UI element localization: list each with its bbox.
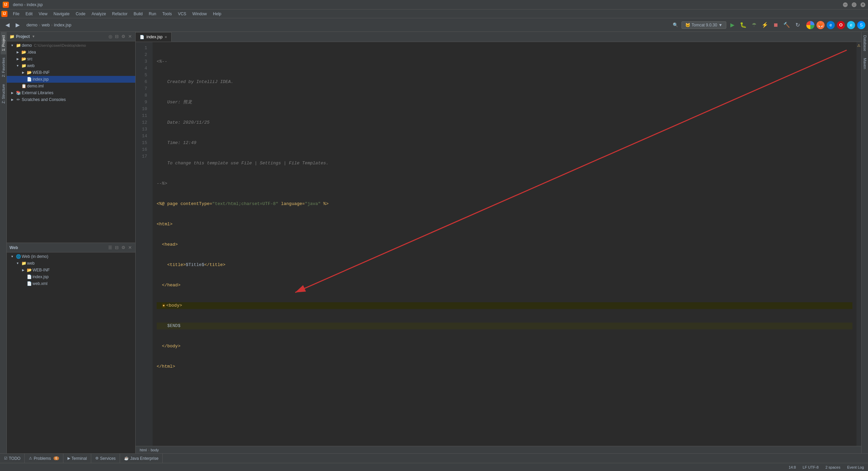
tree-indexjsp2[interactable]: 📄 index.jsp xyxy=(7,273,135,280)
coverage-button[interactable]: ☂ xyxy=(749,20,759,30)
status-position[interactable]: 14:8 xyxy=(787,465,797,469)
left-tab-project[interactable]: 1: Project xyxy=(1,32,6,54)
tree-label-demo: demo xyxy=(22,43,32,48)
bottom-tab-java-enterprise[interactable]: ☕ Java Enterprise xyxy=(120,454,163,463)
breadcrumb-demo[interactable]: demo xyxy=(26,22,38,27)
web-sort[interactable]: ☰ xyxy=(107,244,113,251)
toolbar-search-button[interactable]: 🔍 xyxy=(671,20,680,30)
web-close[interactable]: ✕ xyxy=(127,244,133,251)
breadcrumb-html[interactable]: html xyxy=(140,448,147,452)
right-tab-database[interactable]: Database xyxy=(862,32,868,55)
tree-item-scratches[interactable]: ▶ ✏ Scratches and Consoles xyxy=(7,96,135,103)
breadcrumb-file[interactable]: index.jsp xyxy=(54,22,71,27)
tree-web-in-demo[interactable]: ▼ 🌐 Web (in demo) xyxy=(7,253,135,260)
web-collapse[interactable]: ⊟ xyxy=(114,244,119,251)
back-button[interactable]: ◀ xyxy=(3,20,12,30)
editor-tab-indexjsp[interactable]: 📄 index.jsp ✕ xyxy=(136,32,172,42)
idea-arrow: ▶ xyxy=(15,49,20,55)
menu-vcs[interactable]: VCS xyxy=(175,11,189,17)
run-button[interactable]: ▶ xyxy=(728,20,737,30)
menu-run[interactable]: Run xyxy=(146,11,159,17)
tree-item-indexjsp[interactable]: 📄 index.jsp xyxy=(7,76,135,83)
toolbar-run-section: 🔍 🐱 Tomcat 9.0.30 ▼ ▶ 🐛 ☂ ⚡ ⏹ 🔨 ↻ 🦊 e O … xyxy=(671,20,865,30)
tree-label-webinf2: WEB-INF xyxy=(33,268,50,272)
safari-icon[interactable]: S xyxy=(857,21,865,29)
left-tab-favorites[interactable]: 2: Favorites xyxy=(1,54,6,80)
tree-item-src[interactable]: ▶ 📂 src xyxy=(7,56,135,62)
edge-icon[interactable]: e xyxy=(827,21,835,29)
tree-item-web[interactable]: ▼ 📁 web xyxy=(7,62,135,69)
forward-button[interactable]: ▶ xyxy=(13,20,22,30)
event-log[interactable]: Event Log xyxy=(846,465,865,469)
ln-13: 13 xyxy=(136,126,150,133)
todo-icon: ☑ xyxy=(4,456,7,460)
code-line-6: To change this template use File | Setti… xyxy=(157,160,852,167)
tree-label-web: web xyxy=(27,63,35,68)
status-indent[interactable]: 2 spaces xyxy=(824,465,842,469)
main-area: 1: Project 2: Favorites Z: Structure 📁 P… xyxy=(0,32,868,453)
menu-code[interactable]: Code xyxy=(73,11,88,17)
chrome-icon[interactable] xyxy=(806,21,814,29)
menu-edit[interactable]: Edit xyxy=(23,11,35,17)
opera-icon[interactable]: O xyxy=(837,21,845,29)
menu-build[interactable]: Build xyxy=(131,11,145,17)
menu-window[interactable]: Window xyxy=(190,11,210,17)
tab-close-button[interactable]: ✕ xyxy=(164,35,167,39)
bottom-tabs: ☑ TODO ⚠ Problems 6 ▶ Terminal ⚙ Service… xyxy=(0,453,868,463)
menu-file[interactable]: File xyxy=(10,11,22,17)
minimize-button[interactable]: ─ xyxy=(843,2,848,7)
code-content[interactable]: <%-- Created by IntelliJ IDEA. User: 熊龙 … xyxy=(153,42,856,446)
menu-help[interactable]: Help xyxy=(210,11,224,17)
menu-analyze[interactable]: Analyze xyxy=(89,11,109,17)
bottom-tab-todo[interactable]: ☑ TODO xyxy=(0,454,25,463)
extlibs-arrow: ▶ xyxy=(9,90,15,96)
menu-view[interactable]: View xyxy=(36,11,50,17)
firefox-icon[interactable]: 🦊 xyxy=(816,21,825,29)
bottom-tab-terminal[interactable]: ▶ Terminal xyxy=(63,454,91,463)
right-tab-maven[interactable]: Maven xyxy=(862,55,868,73)
project-dropdown[interactable]: ▼ xyxy=(32,35,35,38)
tree-item-demo[interactable]: ▼ 📁 demo C:\Users\gcswei\Desktop\demo xyxy=(7,42,135,49)
breadcrumb-web[interactable]: web xyxy=(42,22,50,27)
ie-icon[interactable]: e xyxy=(847,21,855,29)
tree-item-extlibs[interactable]: ▶ 📚 External Libraries xyxy=(7,89,135,96)
maximize-button[interactable]: □ xyxy=(852,2,856,7)
position-text: 14:8 xyxy=(789,465,796,469)
tree-item-idea[interactable]: ▶ 📂 .idea xyxy=(7,49,135,56)
close-button[interactable]: ✕ xyxy=(861,2,865,7)
status-encoding[interactable]: LF UTF-8 xyxy=(801,465,820,469)
tree-item-demoliml[interactable]: 📋 demo.iml xyxy=(7,83,135,89)
debug-button[interactable]: 🐛 xyxy=(738,20,748,30)
code-editor[interactable]: 1 2 3 4 5 6 7 8 9 10 11 12 13 14 15 16 1… xyxy=(136,42,861,446)
web-settings[interactable]: ⚙ xyxy=(121,244,126,251)
update-button[interactable]: ↻ xyxy=(793,20,802,30)
menu-refactor[interactable]: Refactor xyxy=(110,11,130,17)
webinf2-icon: 📂 xyxy=(26,267,32,273)
event-log-text: Event Log xyxy=(847,465,864,469)
ln-16: 16 xyxy=(136,146,150,153)
tree-webinf2[interactable]: ▶ 📂 WEB-INF xyxy=(7,267,135,273)
web-folder-icon: 📁 xyxy=(21,63,26,68)
tree-item-webinf[interactable]: ▶ 📂 WEB-INF xyxy=(7,69,135,76)
stop-button[interactable]: ⏹ xyxy=(771,20,781,30)
project-close[interactable]: ✕ xyxy=(127,33,133,40)
file-tree: ▼ 📁 demo C:\Users\gcswei\Desktop\demo ▶ … xyxy=(7,41,135,243)
project-settings[interactable]: ⚙ xyxy=(121,33,126,40)
profile-button[interactable]: ⚡ xyxy=(760,20,770,30)
sidebar: 📁 Project ▼ ◎ ⊟ ⚙ ✕ ▼ 📁 demo C:\Users\g xyxy=(7,32,136,453)
web-title-text: Web xyxy=(9,245,18,250)
bottom-tab-services[interactable]: ⚙ Services xyxy=(91,454,120,463)
project-scroll-center[interactable]: ◎ xyxy=(108,33,113,40)
services-icon: ⚙ xyxy=(95,456,99,460)
menu-navigate[interactable]: Navigate xyxy=(51,11,72,17)
tree-web2[interactable]: ▼ 📁 web xyxy=(7,260,135,267)
web-panel-title: Web xyxy=(9,245,18,250)
menu-tools[interactable]: Tools xyxy=(160,11,175,17)
tree-webxml[interactable]: 📄 web.xml xyxy=(7,280,135,287)
left-tab-structure[interactable]: Z: Structure xyxy=(1,81,6,107)
build-button[interactable]: 🔨 xyxy=(782,20,791,30)
bottom-tab-problems[interactable]: ⚠ Problems 6 xyxy=(25,454,63,463)
breadcrumb-body[interactable]: body xyxy=(151,448,159,452)
run-config-dropdown[interactable]: 🐱 Tomcat 9.0.30 ▼ xyxy=(682,21,726,29)
project-collapse-all[interactable]: ⊟ xyxy=(114,33,119,40)
